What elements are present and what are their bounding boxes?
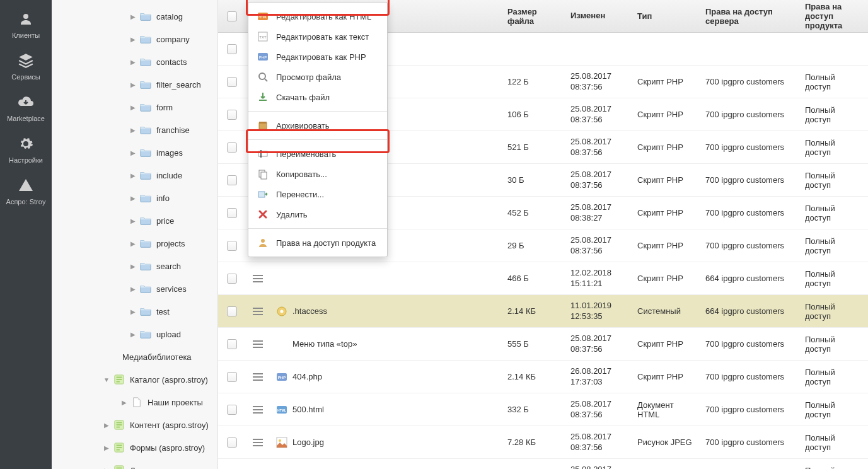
row-menu-icon[interactable] — [253, 406, 263, 414]
row-checkbox[interactable] — [227, 77, 237, 87]
col-product-perm[interactable]: Права на доступ продукта — [799, 0, 868, 32]
tree-toggle-icon[interactable]: ▶ — [129, 172, 137, 179]
cell-product-perm: Полный доступ — [799, 462, 868, 470]
tree-item[interactable]: ▶company — [52, 28, 217, 50]
context-item[interactable]: Права на доступ продукта — [248, 233, 387, 253]
tree-item[interactable]: ▶Лендинг — [52, 459, 217, 469]
tree-toggle-icon[interactable]: ▶ — [129, 81, 137, 88]
tree-item[interactable]: ▶info — [52, 187, 217, 209]
tree-item[interactable]: ▶include — [52, 164, 217, 187]
row-checkbox[interactable] — [227, 241, 237, 251]
tree-toggle-icon[interactable]: ▶ — [102, 422, 111, 429]
tree-item[interactable]: ▶upload — [52, 323, 217, 345]
table-row[interactable]: apple-touch-icon.png3.15 КБ25.08.201708:… — [218, 459, 868, 469]
perm-icon — [257, 237, 269, 248]
row-checkbox[interactable] — [227, 437, 237, 448]
table-row[interactable]: Меню типа «top»555 Б25.08.201708:37:56Ск… — [218, 328, 868, 361]
context-label: Переименовать — [276, 149, 336, 159]
tree-item[interactable]: ▶Контент (aspro.stroy) — [52, 414, 217, 436]
tree-toggle-icon[interactable]: ▶ — [102, 444, 111, 451]
row-checkbox[interactable] — [227, 208, 237, 218]
row-menu-icon[interactable] — [253, 340, 263, 348]
tree-label: projects — [156, 239, 185, 248]
tree-item[interactable]: ▶price — [52, 209, 217, 232]
table-row[interactable]: Logo.jpg7.28 КБ25.08.201708:37:56Рисунок… — [218, 426, 868, 459]
cell-type: Рисунок PNG — [631, 466, 699, 469]
col-modified[interactable]: Изменен — [564, 0, 631, 32]
tree-item[interactable]: ▶filter_search — [52, 73, 217, 96]
context-item[interactable]: Удалить — [248, 204, 387, 224]
row-menu-icon[interactable] — [253, 308, 263, 315]
row-checkbox[interactable] — [227, 405, 237, 415]
tree-item[interactable]: ▶franchise — [52, 119, 217, 141]
tree-item[interactable]: ▶form — [52, 96, 217, 119]
tree-item[interactable]: ▶services — [52, 277, 217, 300]
rail-settings[interactable]: Настройки — [0, 127, 52, 169]
table-row[interactable]: PHP404.php2.14 КБ26.08.201717:37:03Скрип… — [218, 361, 868, 393]
rail-aspro[interactable]: Аспро: Stroy — [0, 169, 52, 211]
context-item[interactable]: Переименовать — [248, 144, 387, 164]
context-item[interactable]: Архивировать — [248, 115, 387, 136]
tree-toggle-icon[interactable]: ▶ — [129, 13, 137, 20]
tree-item[interactable]: ▼Каталог (aspro.stroy) — [52, 368, 217, 391]
rail-marketplace[interactable]: Marketplace — [0, 86, 52, 127]
cell-product-perm: Полный доступ — [799, 101, 868, 128]
svg-point-39 — [279, 439, 281, 442]
context-item[interactable]: TXTРедактировать как текст — [248, 33, 387, 47]
tree-toggle-icon[interactable]: ▶ — [129, 263, 137, 270]
col-server-perm[interactable]: Права на доступ сервера — [699, 0, 799, 32]
table-row[interactable]: HTML500.html332 Б25.08.201708:37:56Докум… — [218, 393, 868, 426]
rail-clients[interactable]: Клиенты — [0, 3, 52, 44]
row-checkbox[interactable] — [227, 306, 237, 316]
tree-toggle-icon[interactable]: ▶ — [129, 286, 137, 292]
copy-icon — [257, 168, 269, 180]
table-row[interactable]: 466 Б12.02.201815:11:21Скрипт PHP664 ipg… — [218, 262, 868, 295]
tree-label: info — [156, 194, 170, 203]
row-checkbox[interactable] — [227, 44, 237, 54]
row-checkbox[interactable] — [227, 339, 237, 349]
tree-toggle-icon[interactable]: ▶ — [129, 240, 137, 247]
tree-toggle-icon[interactable]: ▶ — [129, 217, 137, 224]
row-checkbox[interactable] — [227, 274, 237, 284]
tree-toggle-icon[interactable]: ▶ — [129, 104, 137, 111]
context-item[interactable]: Скачать файл — [248, 87, 387, 107]
row-menu-icon[interactable] — [253, 373, 263, 381]
tree-toggle-icon[interactable]: ▶ — [129, 195, 137, 202]
tree-item[interactable]: ▶projects — [52, 232, 217, 255]
tree-toggle-icon[interactable]: ▼ — [102, 376, 111, 383]
col-type[interactable]: Тип — [631, 0, 699, 32]
row-menu-icon[interactable] — [253, 275, 263, 282]
rail-label: Сервисы — [0, 73, 52, 81]
tree-item[interactable]: Медиабиблиотека — [52, 345, 217, 368]
tree-item[interactable]: ▶contacts — [52, 50, 217, 73]
tree-toggle-icon[interactable]: ▶ — [129, 36, 137, 43]
context-item[interactable]: Перенести... — [248, 184, 387, 204]
rail-services[interactable]: Сервисы — [0, 44, 52, 86]
cell-size: 122 Б — [501, 73, 564, 90]
table-row[interactable]: .htaccess2.14 КБ11.01.201912:53:35Систем… — [218, 295, 868, 328]
tree-toggle-icon[interactable]: ▶ — [129, 149, 137, 156]
tree-toggle-icon[interactable]: ▶ — [129, 331, 137, 338]
context-item[interactable]: PHPРедактировать как PHP — [248, 47, 387, 67]
file-type-icon: HTML — [276, 404, 287, 415]
row-checkbox[interactable] — [227, 175, 237, 185]
row-checkbox[interactable] — [227, 372, 237, 382]
col-size[interactable]: Размер файла — [501, 0, 564, 32]
row-menu-icon[interactable] — [253, 439, 263, 446]
tree-item[interactable]: ▶Формы (aspro.stroy) — [52, 436, 217, 459]
checkbox-all[interactable] — [227, 11, 237, 21]
tree-item[interactable]: ▶test — [52, 300, 217, 323]
tree-toggle-icon[interactable]: ▶ — [129, 127, 137, 134]
tree-toggle-icon[interactable]: ▶ — [129, 308, 137, 315]
tree-item[interactable]: ▶search — [52, 255, 217, 277]
row-checkbox[interactable] — [227, 110, 237, 120]
tree-toggle-icon[interactable]: ▶ — [102, 467, 111, 470]
context-item[interactable]: Копировать... — [248, 164, 387, 184]
context-item[interactable]: Просмотр файла — [248, 67, 387, 87]
tree-toggle-icon[interactable]: ▶ — [120, 399, 129, 406]
tree-item[interactable]: ▶Наши проекты — [52, 391, 217, 414]
row-checkbox[interactable] — [227, 142, 237, 153]
tree-item[interactable]: ▶catalog — [52, 5, 217, 28]
tree-toggle-icon[interactable]: ▶ — [129, 59, 137, 66]
tree-item[interactable]: ▶images — [52, 141, 217, 164]
